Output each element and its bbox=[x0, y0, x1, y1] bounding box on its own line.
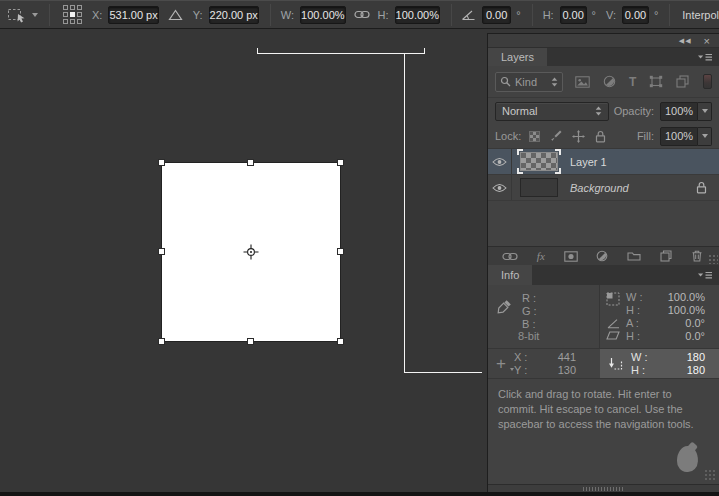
reference-point-locator[interactable] bbox=[63, 5, 82, 24]
transform-handle-bottom-right[interactable] bbox=[337, 338, 344, 345]
transform-handle-bottom-middle[interactable] bbox=[247, 338, 254, 345]
opacity-input[interactable]: 100% bbox=[660, 102, 698, 121]
info-x-value: 441 bbox=[558, 351, 576, 364]
ref-pt[interactable] bbox=[77, 5, 82, 10]
thumb-bracket bbox=[555, 168, 561, 174]
opacity-dropdown-button[interactable] bbox=[698, 102, 712, 121]
ref-pt-center[interactable] bbox=[70, 12, 75, 17]
v-skew-input[interactable]: 0.00 bbox=[622, 6, 649, 24]
eyedropper-icon[interactable] bbox=[497, 299, 512, 314]
transform-handle-middle-left[interactable] bbox=[158, 248, 165, 255]
layer-thumbnail[interactable] bbox=[520, 152, 558, 171]
layer-style-fx-icon[interactable]: fx bbox=[537, 250, 545, 262]
close-panel-icon[interactable]: × bbox=[704, 36, 710, 46]
transform-handle-middle-right[interactable] bbox=[337, 248, 344, 255]
panel-resize-grip[interactable] bbox=[708, 254, 718, 264]
blend-mode-row: Normal Opacity: 100% bbox=[488, 98, 719, 124]
degree-symbol: ° bbox=[654, 9, 658, 21]
lock-position-move-icon[interactable] bbox=[572, 130, 585, 143]
layer-row-layer1[interactable]: Layer 1 bbox=[488, 149, 719, 175]
lock-pixels-brush-icon[interactable] bbox=[550, 130, 562, 142]
visibility-toggle[interactable] bbox=[488, 149, 512, 174]
blend-mode-select[interactable]: Normal bbox=[495, 102, 609, 121]
transform-handle-top-middle[interactable] bbox=[247, 159, 254, 166]
ref-pt[interactable] bbox=[70, 5, 75, 10]
info-tw-value: 180 bbox=[687, 351, 705, 364]
tab-layers[interactable]: Layers bbox=[488, 48, 547, 66]
h-skew-label: H: bbox=[543, 9, 554, 21]
info-tab-bar: Info bbox=[488, 265, 719, 285]
transform-handle-bottom-left[interactable] bbox=[158, 338, 165, 345]
relative-positioning-toggle[interactable] bbox=[168, 9, 183, 21]
delete-layer-trash-icon[interactable] bbox=[691, 250, 703, 262]
height-scale-input[interactable]: 100.00% bbox=[395, 6, 440, 24]
info-y-label: Y : bbox=[514, 364, 527, 377]
link-layers-icon[interactable] bbox=[502, 252, 518, 261]
panel-resize-grip[interactable] bbox=[704, 469, 717, 482]
layer-filtering-toggle[interactable] bbox=[703, 74, 712, 89]
skew-parallelogram-icon bbox=[600, 330, 626, 343]
filter-adjustment-layers-icon[interactable] bbox=[603, 75, 616, 88]
layer-thumbnail[interactable] bbox=[520, 178, 558, 197]
window-bottom-edge bbox=[0, 492, 719, 496]
transform-bounding-box[interactable] bbox=[161, 162, 341, 342]
h-skew-input[interactable]: 0.00 bbox=[560, 6, 587, 24]
info-w-label: W : bbox=[626, 291, 656, 304]
transform-handle-top-right[interactable] bbox=[337, 159, 344, 166]
layers-panel-menu-icon[interactable] bbox=[697, 48, 719, 66]
eye-icon bbox=[492, 157, 507, 167]
reference-point-icon[interactable] bbox=[243, 244, 259, 260]
spinner-icon bbox=[551, 77, 558, 87]
tool-preset-button[interactable] bbox=[7, 7, 38, 23]
ref-pt[interactable] bbox=[77, 19, 82, 24]
tab-info[interactable]: Info bbox=[488, 265, 532, 285]
width-label: W: bbox=[281, 9, 294, 21]
transform-size-readout: W : H : 180 180 bbox=[600, 349, 719, 378]
layer-name[interactable]: Background bbox=[570, 182, 629, 194]
new-group-folder-icon[interactable] bbox=[627, 251, 641, 261]
x-label: X: bbox=[92, 9, 102, 21]
ref-pt[interactable] bbox=[70, 19, 75, 24]
y-position-input[interactable]: 220.00 px bbox=[209, 6, 259, 24]
layer-row-background[interactable]: Background bbox=[488, 175, 719, 201]
filter-pixel-layers-icon[interactable] bbox=[575, 76, 590, 88]
lock-all-icon[interactable] bbox=[595, 130, 606, 143]
fill-input[interactable]: 100% bbox=[660, 127, 698, 146]
panel-drag-bar[interactable] bbox=[488, 484, 719, 492]
panel-group-header: ◀◀ × bbox=[488, 34, 719, 48]
link-dimensions-icon[interactable] bbox=[354, 10, 370, 19]
filter-shape-layers-icon[interactable] bbox=[649, 75, 663, 88]
info-readout: R : G : B : 8-bit W : 100.0% H : bbox=[488, 285, 719, 348]
adjustment-layer-icon[interactable] bbox=[596, 250, 608, 262]
layer-filter-kind-select[interactable]: Kind bbox=[495, 72, 563, 92]
lock-row: Lock: bbox=[488, 124, 719, 149]
drag-handle-icon bbox=[583, 487, 625, 491]
fill-dropdown-button[interactable] bbox=[698, 127, 712, 146]
filter-smart-objects-icon[interactable] bbox=[676, 75, 689, 88]
divider bbox=[49, 4, 50, 26]
v-skew-label: V: bbox=[606, 9, 616, 21]
ref-pt[interactable] bbox=[77, 12, 82, 17]
new-layer-icon[interactable] bbox=[660, 250, 672, 262]
ref-pt[interactable] bbox=[63, 5, 68, 10]
selection-bounds-icon bbox=[600, 291, 626, 317]
layer-name[interactable]: Layer 1 bbox=[570, 156, 607, 168]
transform-handle-top-left[interactable] bbox=[158, 159, 165, 166]
filter-type-layers-icon[interactable]: T bbox=[629, 75, 636, 89]
layer-mask-icon[interactable] bbox=[564, 251, 578, 262]
x-position-input[interactable]: 531.00 px bbox=[108, 6, 158, 24]
rotate-input[interactable]: 0.00 bbox=[482, 6, 511, 24]
bit-depth-label: 8-bit bbox=[518, 330, 539, 342]
info-panel-menu-icon[interactable] bbox=[697, 265, 719, 285]
ref-pt[interactable] bbox=[63, 12, 68, 17]
info-h-label: H : bbox=[626, 304, 656, 317]
callout-horizontal-line bbox=[404, 372, 482, 373]
layers-actions-bar: fx bbox=[488, 246, 719, 265]
degree-symbol: ° bbox=[516, 9, 520, 21]
info-th-value: 180 bbox=[687, 364, 705, 377]
width-scale-input[interactable]: 100.00% bbox=[300, 6, 345, 24]
lock-transparency-icon[interactable] bbox=[529, 131, 540, 142]
ref-pt[interactable] bbox=[63, 19, 68, 24]
collapse-panels-icon[interactable]: ◀◀ bbox=[679, 37, 692, 45]
visibility-toggle[interactable] bbox=[488, 175, 512, 200]
